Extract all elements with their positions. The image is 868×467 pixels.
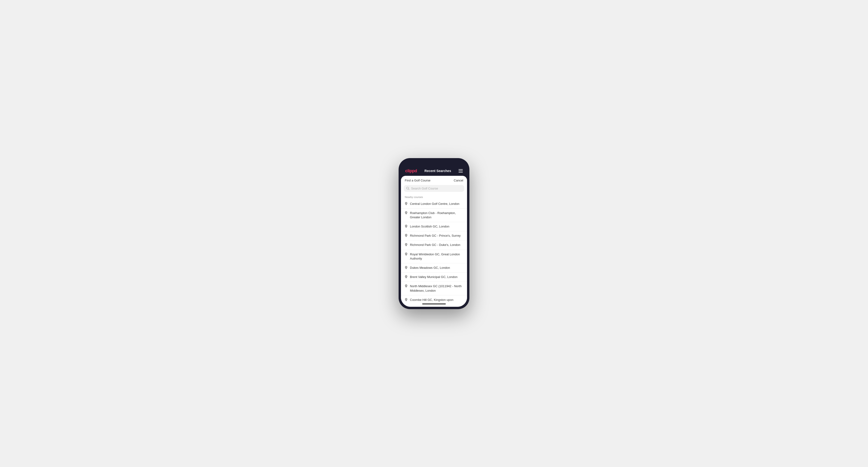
location-icon — [405, 284, 408, 288]
svg-line-1 — [408, 189, 409, 190]
courses-list: Nearby courses Central London Golf Centr… — [401, 194, 467, 302]
home-indicator — [401, 302, 467, 307]
home-bar — [422, 304, 446, 304]
course-item[interactable]: Roehampton Club - Roehampton, Greater Lo… — [401, 209, 467, 222]
location-icon — [405, 202, 408, 205]
status-bar — [401, 160, 467, 167]
course-name: Richmond Park GC - Prince's, Surrey — [410, 234, 461, 238]
course-name: Richmond Park GC - Duke's, London — [410, 243, 460, 247]
course-item[interactable]: Dukes Meadows GC, London — [401, 263, 467, 273]
course-item[interactable]: Central London Golf Centre, London — [401, 199, 467, 209]
course-name: Central London Golf Centre, London — [410, 202, 460, 206]
course-item[interactable]: Richmond Park GC - Prince's, Surrey — [401, 231, 467, 241]
location-icon — [405, 211, 408, 215]
course-name: North Middlesex GC (1011942 - North Midd… — [410, 284, 463, 292]
location-icon — [405, 298, 408, 301]
course-name: London Scottish GC, London — [410, 224, 450, 229]
course-name: Royal Wimbledon GC, Great London Authori… — [410, 252, 463, 261]
course-name: Coombe Hill GC, Kingston upon Thames — [410, 298, 463, 302]
course-item[interactable]: Coombe Hill GC, Kingston upon Thames — [401, 295, 467, 302]
find-label: Find a Golf Course — [405, 179, 430, 182]
course-name: Brent Valley Municipal GC, London — [410, 275, 457, 279]
nav-title: Recent Searches — [425, 169, 451, 173]
course-item[interactable]: North Middlesex GC (1011942 - North Midd… — [401, 282, 467, 295]
location-icon — [405, 275, 408, 278]
location-icon — [405, 234, 408, 237]
phone-screen: clippd Recent Searches Find a Golf Cours… — [401, 160, 467, 307]
location-icon — [405, 243, 408, 246]
course-item[interactable]: Brent Valley Municipal GC, London — [401, 273, 467, 282]
app-logo: clippd — [405, 168, 417, 174]
course-name: Dukes Meadows GC, London — [410, 266, 450, 270]
search-icon — [406, 187, 409, 190]
course-name: Roehampton Club - Roehampton, Greater Lo… — [410, 211, 463, 219]
screen-content: Find a Golf Course Cancel Search Golf Co… — [401, 176, 467, 307]
location-icon — [405, 266, 408, 269]
course-item[interactable]: London Scottish GC, London — [401, 222, 467, 231]
search-box[interactable]: Search Golf Course — [404, 185, 464, 192]
search-input-wrap: Search Golf Course — [401, 184, 467, 194]
course-item[interactable]: Royal Wimbledon GC, Great London Authori… — [401, 250, 467, 263]
search-header: Find a Golf Course Cancel — [401, 176, 467, 184]
location-icon — [405, 252, 408, 256]
phone-frame: clippd Recent Searches Find a Golf Cours… — [399, 158, 469, 309]
nav-bar: clippd Recent Searches — [401, 167, 467, 176]
nearby-section-label: Nearby courses — [401, 194, 467, 199]
menu-icon[interactable] — [459, 169, 463, 173]
course-item[interactable]: Richmond Park GC - Duke's, London — [401, 241, 467, 250]
search-placeholder: Search Golf Course — [411, 187, 438, 190]
location-icon — [405, 225, 408, 228]
cancel-button[interactable]: Cancel — [454, 179, 463, 182]
